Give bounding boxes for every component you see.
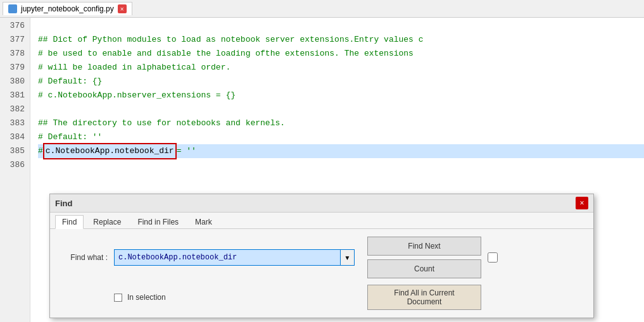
find-dialog-title: Find <box>55 199 72 208</box>
code-editor: 376377378379380381382383384385386 ## Dic… <box>0 18 644 322</box>
code-line: # c.NotebookApp.nbserver_extensions = {} <box>38 89 644 102</box>
code-line: # be used to enable and disable the load… <box>38 47 644 61</box>
find-input-wrapper: ▼ <box>114 249 355 266</box>
code-line: # will be loaded in alphabetical order. <box>38 61 644 75</box>
line-number: 382 <box>5 102 25 116</box>
code-line <box>38 19 644 33</box>
code-line <box>38 158 644 172</box>
find-next-button[interactable]: Find Next <box>367 237 481 256</box>
code-line <box>38 102 644 116</box>
find-all-action: Find All in Current Document <box>367 285 481 310</box>
file-tab[interactable]: jupyter_notebook_config.py × <box>3 2 132 15</box>
in-selection-label: In selection <box>127 293 166 302</box>
find-dialog-header: Find × <box>50 194 593 213</box>
line-number: 383 <box>5 116 25 130</box>
find-input-dropdown[interactable]: ▼ <box>341 249 355 266</box>
find-tab-mark[interactable]: Mark <box>188 215 219 228</box>
code-line: # c.NotebookApp.notebook_dir = '' <box>38 144 644 158</box>
find-action-column: Find Next Count <box>367 237 481 278</box>
line-number: 380 <box>5 75 25 89</box>
find-options-checkbox[interactable] <box>488 252 498 263</box>
find-dialog-close-button[interactable]: × <box>576 197 588 209</box>
line-number: 379 <box>5 61 25 75</box>
find-body: Find what : ▼ Find Next Count In sele <box>50 229 593 318</box>
line-number: 381 <box>5 89 25 102</box>
in-selection-wrapper: In selection <box>114 293 355 302</box>
find-dialog: Find × FindReplaceFind in FilesMark Find… <box>49 194 594 318</box>
code-line: # Default: '' <box>38 130 644 144</box>
line-numbers: 376377378379380381382383384385386 <box>0 18 30 322</box>
tab-close-button[interactable]: × <box>118 4 127 13</box>
file-icon <box>8 4 17 13</box>
tab-bar: jupyter_notebook_config.py × <box>0 0 644 18</box>
find-what-row: Find what : ▼ Find Next Count <box>60 237 583 278</box>
code-line: # Default: {} <box>38 75 644 89</box>
line-number: 377 <box>5 33 25 47</box>
find-tabs: FindReplaceFind in FilesMark <box>50 213 593 229</box>
line-number: 378 <box>5 47 25 61</box>
find-what-input[interactable] <box>114 249 341 266</box>
find-all-button[interactable]: Find All in Current Document <box>367 285 481 310</box>
find-tab-find-in-files[interactable]: Find in Files <box>130 215 186 228</box>
line-number: 376 <box>5 19 25 33</box>
count-button[interactable]: Count <box>367 259 481 278</box>
in-selection-checkbox[interactable] <box>114 294 122 302</box>
code-line: ## Dict of Python modules to load as not… <box>38 33 644 47</box>
find-what-label: Find what : <box>60 253 108 262</box>
line-number: 384 <box>5 130 25 144</box>
find-tab-find[interactable]: Find <box>55 215 84 229</box>
line-number: 385 <box>5 144 25 158</box>
code-line: ## The directory to use for notebooks an… <box>38 116 644 130</box>
tab-label: jupyter_notebook_config.py <box>21 4 114 13</box>
line-number: 386 <box>5 158 25 172</box>
find-tab-replace[interactable]: Replace <box>86 215 128 228</box>
find-extra-row: In selection Find All in Current Documen… <box>60 285 583 310</box>
